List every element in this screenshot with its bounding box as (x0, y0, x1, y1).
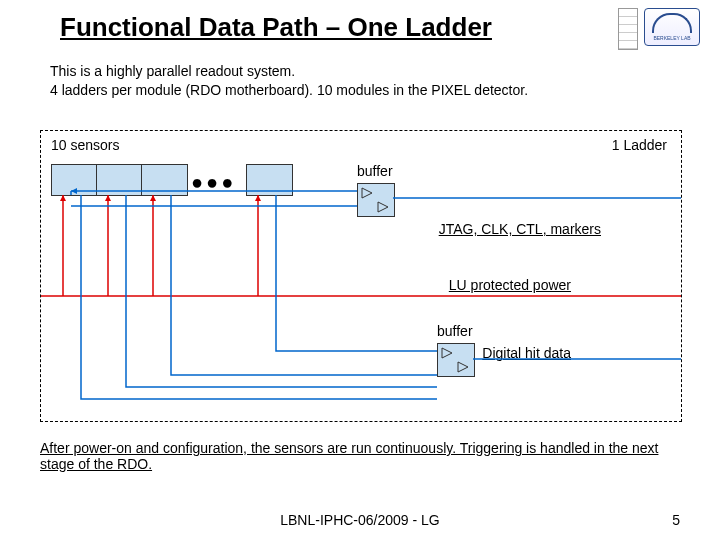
page-number: 5 (672, 512, 680, 528)
ellipsis-icon: ●●● (191, 171, 236, 194)
buffer-bottom-label: buffer (437, 323, 473, 339)
intro-text: This is a highly parallel readout system… (50, 62, 528, 100)
intro-line-2: 4 ladders per module (RDO motherboard). … (50, 81, 528, 100)
buffer-top-box (357, 183, 395, 217)
ladder-diagram: 10 sensors 1 Ladder ●●● buffer JTAG, CLK… (40, 130, 682, 422)
page-title: Functional Data Path – One Ladder (60, 12, 492, 43)
svg-marker-0 (362, 188, 372, 198)
berkeley-lab-logo: BERKELEY LAB (644, 8, 700, 46)
intro-line-1: This is a highly parallel readout system… (50, 62, 528, 81)
sensor-box (246, 164, 293, 196)
svg-marker-3 (458, 362, 468, 372)
buffer-bottom-box (437, 343, 475, 377)
svg-marker-2 (442, 348, 452, 358)
footer-text: LBNL-IPHC-06/2009 - LG (0, 512, 720, 528)
sensors-count-label: 10 sensors (51, 137, 119, 153)
data-label: Digital hit data (482, 345, 571, 361)
sensor-box (96, 164, 143, 196)
logo-area: BERKELEY LAB (618, 8, 700, 50)
sensor-box (141, 164, 188, 196)
ladder-label: 1 Ladder (612, 137, 667, 153)
buffer-top-label: buffer (357, 163, 393, 179)
signals-label: JTAG, CLK, CTL, markers (439, 221, 601, 237)
power-label: LU protected power (449, 277, 571, 293)
tower-icon (618, 8, 638, 50)
logo-text: BERKELEY LAB (653, 35, 690, 41)
sensor-box (51, 164, 98, 196)
svg-marker-1 (378, 202, 388, 212)
slide: Functional Data Path – One Ladder BERKEL… (0, 0, 720, 540)
outro-text: After power-on and configuration, the se… (40, 440, 680, 472)
